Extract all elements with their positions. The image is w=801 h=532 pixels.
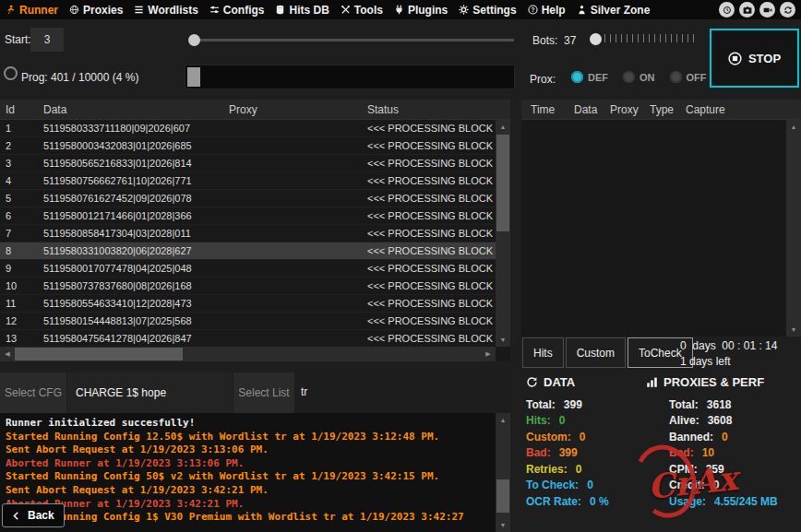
col-header-data[interactable]: Data [574, 103, 597, 116]
prox-option-off[interactable]: OFF [670, 71, 707, 83]
scrollbar-thumb[interactable] [496, 135, 509, 231]
back-arrow-icon [11, 511, 21, 521]
camera-button[interactable] [739, 2, 755, 18]
window-icons [719, 2, 795, 18]
stat-row: Bad:10 [669, 445, 801, 462]
back-button[interactable]: Back [2, 503, 65, 527]
radio-icon [623, 71, 635, 83]
col-header-data[interactable]: Data [43, 103, 66, 116]
history-button[interactable] [719, 2, 735, 18]
col-header-status[interactable]: Status [367, 103, 399, 116]
stat-value: 399 [564, 398, 582, 411]
prox-option-on[interactable]: ON [623, 71, 655, 83]
scrollbar-thumb[interactable] [496, 479, 509, 513]
update-icon [783, 6, 793, 15]
scroll-down-icon[interactable]: ▼ [496, 518, 510, 532]
results-vertical-scrollbar[interactable]: ▲ ▼ [496, 120, 510, 347]
stat-row: Bad:399 [526, 445, 648, 462]
col-header-proxy[interactable]: Proxy [610, 103, 639, 116]
col-header-type[interactable]: Type [650, 103, 674, 116]
stat-label: Alive: [669, 414, 699, 427]
results-table-header: Id Data Proxy Status [0, 100, 510, 120]
log-lines: Runner initialized succesfully!Started R… [6, 417, 494, 528]
scroll-up-icon[interactable]: ▲ [496, 120, 510, 134]
menu-item-wordlists[interactable]: Wordlists [134, 4, 197, 17]
cell-status: <<< PROCESSING BLOCK [367, 278, 496, 295]
table-row[interactable]: 95119580017077478|04|2025|048<<< PROCESS… [0, 260, 496, 278]
menu-item-settings[interactable]: Settings [459, 4, 516, 17]
table-row[interactable]: 45119580756662761|10|2026|771<<< PROCESS… [0, 172, 496, 190]
cell-id: 7 [6, 225, 41, 242]
bots-label: Bots: [532, 34, 557, 47]
table-row[interactable]: 55119580761627452|09|2026|078<<< PROCESS… [0, 190, 496, 207]
stat-label: Hits: [526, 414, 551, 427]
video-button[interactable] [759, 2, 775, 18]
col-header-proxy[interactable]: Proxy [229, 103, 257, 116]
menu-item-runner[interactable]: Runner [6, 4, 58, 17]
stat-row: To Check:0 [526, 478, 648, 494]
stat-value: 0 [580, 431, 586, 443]
radio-icon[interactable] [4, 66, 18, 80]
table-row[interactable]: 135119580475641278|04|2026|847<<< PROCES… [0, 330, 496, 347]
select-cfg-button[interactable]: Select CFG [0, 372, 66, 413]
results-horizontal-scrollbar[interactable]: ◀ ▶ [0, 347, 496, 361]
cell-data: 5119580154448813|07|2025|568 [43, 313, 226, 330]
scroll-right-icon[interactable]: ▶ [481, 347, 496, 361]
table-row[interactable]: 115119580554633410|12|2028|473<<< PROCES… [0, 295, 496, 313]
table-row[interactable]: 75119580858417304|03|2028|011<<< PROCESS… [0, 225, 496, 242]
menu-item-plugins[interactable]: Plugins [394, 4, 448, 17]
stat-label: Bad: [526, 446, 551, 459]
menu-item-tools[interactable]: Tools [341, 4, 383, 17]
stop-button[interactable]: STOP [710, 29, 799, 88]
log-vertical-scrollbar[interactable]: ▲ ▼ [496, 413, 510, 532]
bots-slider-thumb[interactable] [590, 33, 602, 45]
scroll-down-icon[interactable]: ▼ [496, 333, 510, 347]
scroll-up-icon[interactable]: ▲ [496, 413, 510, 427]
prox-option-def[interactable]: DEF [571, 71, 608, 83]
col-header-time[interactable]: Time [531, 103, 555, 116]
stat-row: OCR Rate:0 % [526, 493, 648, 510]
menu-item-configs[interactable]: Configs [209, 4, 265, 17]
table-row[interactable]: 25119580003432083|01|2026|685<<< PROCESS… [0, 137, 496, 155]
cell-data: 5119580565216833|01|2026|814 [43, 155, 226, 172]
config-name-field[interactable]: CHARGE 1$ hope [67, 372, 233, 413]
menu-item-help[interactable]: ?Help [528, 4, 566, 17]
radio-icon [571, 71, 583, 83]
table-row[interactable]: 65119580012171466|01|2028|366<<< PROCESS… [0, 207, 496, 225]
tab-custom[interactable]: Custom [566, 337, 626, 368]
results-table-body: 15119580333711180|09|2026|607<<< PROCESS… [0, 120, 496, 347]
start-slider-track[interactable] [199, 39, 514, 41]
table-row[interactable]: 125119580154448813|07|2025|568<<< PROCES… [0, 313, 496, 330]
stat-row: Credit:0 [669, 478, 801, 494]
start-slider-thumb[interactable] [188, 34, 200, 46]
refresh-icon [526, 376, 538, 388]
start-input[interactable] [30, 28, 64, 52]
radio-icon [670, 71, 682, 83]
cell-id: 10 [6, 278, 41, 295]
bots-slider-ticks[interactable] [604, 34, 694, 42]
cell-id: 1 [6, 120, 41, 137]
col-header-capture[interactable]: Capture [686, 103, 725, 116]
table-row[interactable]: 35119580565216833|01|2026|814<<< PROCESS… [0, 155, 496, 172]
scrollbar-thumb[interactable] [15, 348, 183, 361]
table-row[interactable]: 105119580737837680|08|2026|168<<< PROCES… [0, 278, 496, 295]
col-header-id[interactable]: Id [6, 103, 15, 116]
stat-row: Hits:0 [526, 413, 648, 430]
table-row[interactable]: 15119580333711180|09|2026|607<<< PROCESS… [0, 120, 496, 137]
cell-status: <<< PROCESSING BLOCK [367, 242, 496, 260]
hits-vertical-scrollbar[interactable]: ▲ ▼ [786, 120, 801, 337]
table-row[interactable]: 85119580331003820|06|2028|627<<< PROCESS… [0, 242, 496, 260]
scroll-up-icon[interactable]: ▲ [786, 120, 801, 134]
cell-id: 5 [6, 190, 41, 207]
cell-status: <<< PROCESSING BLOCK [367, 330, 496, 347]
proxies-panel: PROXIES & PERF Total:3618Alive:3608Banne… [646, 375, 801, 510]
menu-item-hits-db[interactable]: Hits DB [275, 4, 329, 17]
menu-item-proxies[interactable]: Proxies [69, 4, 123, 17]
update-button[interactable] [780, 2, 795, 18]
tab-hits[interactable]: Hits [522, 337, 564, 368]
menu-item-silver-zone[interactable]: Silver Zone [577, 4, 651, 17]
menu-item-label: Proxies [83, 4, 123, 17]
scroll-left-icon[interactable]: ◀ [0, 347, 15, 361]
select-list-button[interactable]: Select List [233, 372, 294, 413]
scroll-down-icon[interactable]: ▼ [786, 323, 801, 337]
